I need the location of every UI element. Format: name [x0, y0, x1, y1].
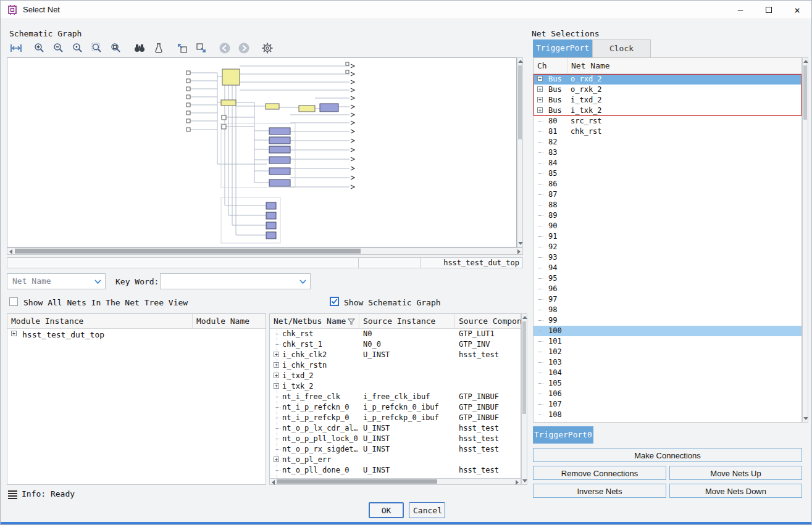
scroll-down-icon[interactable]	[803, 417, 808, 420]
tab-triggerport[interactable]: TriggerPort	[533, 39, 592, 57]
net-tree-row[interactable]: chk_rstN0GTP_LUT1	[270, 329, 521, 339]
move-nets-up-button[interactable]: Move Nets Up	[669, 466, 802, 480]
zoom-in-icon[interactable]	[33, 41, 46, 55]
search-type-select[interactable]: Net Name	[7, 273, 106, 289]
net-tree-row[interactable]: +nt_o_pl_err	[270, 455, 521, 465]
net-selection-row[interactable]: 98	[534, 305, 802, 315]
scroll-left-icon[interactable]	[9, 249, 12, 254]
zoom-out-icon[interactable]	[52, 41, 65, 55]
net-selection-row[interactable]: 83	[534, 147, 802, 158]
net-selection-row[interactable]: 91	[534, 231, 802, 242]
net-selection-row[interactable]: 106	[534, 389, 802, 399]
scroll-right-icon[interactable]	[516, 480, 519, 485]
scroll-down-icon[interactable]	[518, 242, 523, 245]
net-selection-row[interactable]: 92	[534, 242, 802, 252]
zoom-actual-icon[interactable]	[71, 41, 85, 55]
scroll-left-icon[interactable]	[272, 480, 275, 485]
inverse-nets-button[interactable]: Inverse Nets	[533, 484, 666, 498]
tab-triggerport0[interactable]: TriggerPort0	[533, 426, 593, 444]
canvas-hscroll-thumb[interactable]	[15, 249, 361, 254]
net-selection-row[interactable]: 107	[534, 399, 802, 410]
expand-icon[interactable]: +	[537, 86, 543, 92]
back-icon[interactable]	[218, 41, 232, 55]
net-selection-row[interactable]: 97	[534, 294, 802, 305]
net-tree-row[interactable]: nt_i_p_refckp_0i_p_refckp_0_ibufGTP_INBU…	[270, 413, 521, 423]
net-selection-row[interactable]: 84	[534, 158, 802, 168]
net-selection-row[interactable]: 88	[534, 200, 802, 210]
close-button[interactable]: ×	[783, 1, 811, 19]
net-tree-vscroll-thumb[interactable]	[522, 321, 526, 414]
scroll-up-icon[interactable]	[518, 60, 523, 63]
net-selection-row[interactable]: +Busi_txd_2	[534, 95, 802, 105]
net-selection-row[interactable]: 80src_rst	[534, 116, 802, 126]
net-selection-row[interactable]: 103	[534, 357, 802, 368]
find-icon[interactable]	[133, 41, 146, 55]
net-selection-row[interactable]: 93	[534, 252, 802, 263]
net-tree-row[interactable]: nt_i_free_clki_free_clk_ibufGTP_INBUF	[270, 392, 521, 402]
push-view-icon[interactable]	[175, 41, 189, 55]
net-selections-vscroll-thumb[interactable]	[803, 65, 807, 120]
net-selection-row[interactable]: 94	[534, 263, 802, 273]
filter-funnel-icon[interactable]	[348, 318, 355, 325]
expand-icon[interactable]: +	[274, 383, 279, 389]
expand-icon[interactable]: +	[537, 76, 543, 81]
net-selection-row[interactable]: 100	[534, 326, 802, 336]
show-all-nets-checkbox[interactable]	[9, 297, 18, 306]
net-selection-row[interactable]: 108	[534, 410, 802, 420]
fit-width-icon[interactable]	[9, 41, 23, 55]
expand-icon[interactable]: +	[274, 352, 279, 357]
pop-view-icon[interactable]	[195, 41, 208, 55]
net-tree-row[interactable]: +i_chk_clk2U_INSThsst_test	[270, 350, 521, 360]
module-tree-row[interactable]: +hsst_test_dut_top	[7, 329, 266, 341]
canvas-horizontal-scrollbar[interactable]	[7, 247, 523, 255]
expand-icon[interactable]: +	[537, 107, 543, 113]
net-selection-row[interactable]: 96	[534, 284, 802, 294]
net-tree-row[interactable]: nt_o_pll_done_0U_INSThsst_test	[270, 465, 521, 476]
forward-icon[interactable]	[237, 41, 251, 55]
net-tree-vertical-scrollbar[interactable]	[521, 313, 527, 485]
net-selection-row[interactable]: 101	[534, 336, 802, 347]
net-selection-row[interactable]: 89	[534, 210, 802, 221]
net-selection-row[interactable]: 95	[534, 273, 802, 284]
net-selection-row[interactable]: 86	[534, 179, 802, 189]
net-selection-row[interactable]: +Busi_txk_2	[534, 105, 802, 116]
net-selection-row[interactable]: 90	[534, 221, 802, 231]
net-selection-row[interactable]: +Buso_rxk_2	[534, 85, 802, 95]
net-tree-row[interactable]: +i_txk_2	[270, 381, 521, 392]
net-tree-hscroll-thumb[interactable]	[277, 479, 437, 484]
net-tree-row[interactable]: nt_o_p_lx_cdr_al…U_INSThsst_test	[270, 423, 521, 434]
canvas-vertical-scrollbar[interactable]	[517, 57, 523, 247]
expand-icon[interactable]: +	[274, 373, 279, 378]
net-tree-row[interactable]: nt_i_p_refckn_0i_p_refckn_0_ibufGTP_INBU…	[270, 402, 521, 413]
net-tree-row[interactable]: +i_txd_2	[270, 371, 521, 381]
net-tree-row[interactable]: nt_o_p_rx_sigdet…U_INSThsst_test	[270, 444, 521, 455]
net-tree-row[interactable]: nt_o_p_pll_lock_0U_INSThsst_test	[270, 434, 521, 444]
expand-icon[interactable]: +	[274, 362, 279, 368]
net-selections-vertical-scrollbar[interactable]	[802, 57, 808, 423]
zoom-fit-icon[interactable]	[90, 41, 104, 55]
ok-button[interactable]: OK	[369, 502, 404, 518]
net-tree-horizontal-scrollbar[interactable]	[269, 478, 521, 485]
scroll-up-icon[interactable]	[522, 316, 527, 319]
scroll-up-icon[interactable]	[803, 60, 808, 63]
net-selection-row[interactable]: 87	[534, 189, 802, 200]
make-connections-button[interactable]: Make Connections	[533, 448, 802, 462]
net-tree-row[interactable]: +i_chk_rstn	[270, 360, 521, 371]
settings-gear-icon[interactable]	[261, 41, 274, 55]
keyword-input[interactable]	[160, 273, 311, 289]
expand-icon[interactable]: +	[274, 457, 279, 462]
net-selection-row[interactable]: +Buso_rxd_2	[534, 74, 802, 85]
cancel-button[interactable]: Cancel	[409, 502, 445, 518]
zoom-window-icon[interactable]	[109, 41, 123, 55]
net-tree-row[interactable]: chk_rst_1N0_0GTP_INV	[270, 339, 521, 350]
net-selection-row[interactable]: 105	[534, 378, 802, 389]
remove-connections-button[interactable]: Remove Connections	[533, 466, 666, 480]
show-schematic-checkbox[interactable]	[330, 297, 339, 306]
locate-icon[interactable]	[152, 41, 165, 55]
net-selection-row[interactable]: 82	[534, 137, 802, 147]
net-selection-row[interactable]: 99	[534, 315, 802, 326]
expand-icon[interactable]: +	[11, 331, 17, 336]
minimize-button[interactable]: —	[726, 1, 755, 19]
maximize-button[interactable]	[755, 1, 783, 19]
expand-icon[interactable]: +	[537, 97, 543, 102]
